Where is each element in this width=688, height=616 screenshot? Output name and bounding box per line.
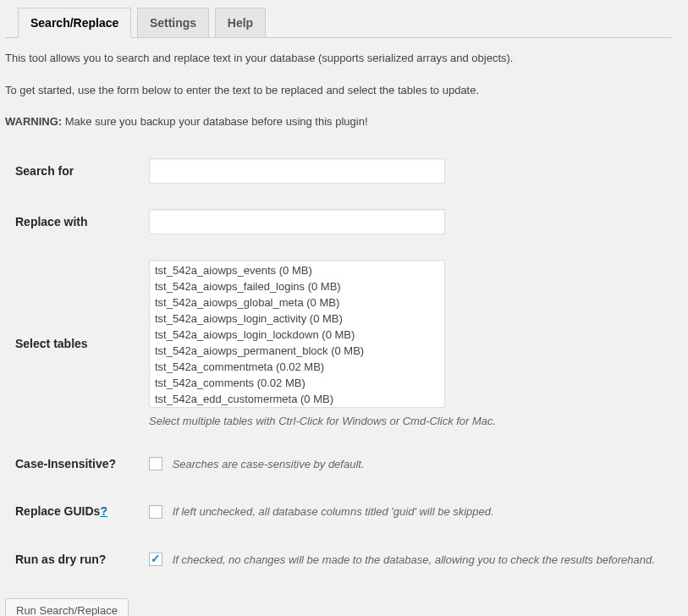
table-option[interactable]: tst_542a_comments (0.02 MB) bbox=[151, 375, 443, 391]
select-tables-help: Select multiple tables with Ctrl-Click f… bbox=[149, 415, 663, 427]
case-insensitive-desc: Searches are case-sensitive by default. bbox=[173, 458, 365, 470]
tab-help[interactable]: Help bbox=[215, 8, 266, 38]
tab-settings[interactable]: Settings bbox=[137, 8, 209, 38]
replace-with-input[interactable] bbox=[149, 209, 445, 234]
tab-search-replace[interactable]: Search/Replace bbox=[18, 8, 131, 38]
replace-with-label: Replace with bbox=[5, 196, 140, 247]
dry-run-label: Run as dry run? bbox=[5, 536, 140, 584]
replace-guids-desc: If left unchecked, all database columns … bbox=[173, 505, 494, 518]
form-table: Search for Replace with Select tables ts… bbox=[5, 146, 671, 584]
dry-run-desc: If checked, no changes will be made to t… bbox=[173, 553, 655, 566]
select-tables-input[interactable]: tst_542a_aiowps_events (0 MB)tst_542a_ai… bbox=[149, 260, 445, 408]
search-for-input[interactable] bbox=[149, 158, 445, 184]
warning-text: Make sure you backup your database befor… bbox=[62, 115, 367, 128]
intro-text: This tool allows you to search and repla… bbox=[5, 38, 671, 130]
case-insensitive-checkbox[interactable] bbox=[149, 457, 162, 470]
replace-guids-checkbox[interactable] bbox=[149, 505, 162, 519]
warning-label: WARNING: bbox=[5, 115, 62, 128]
table-option[interactable]: tst_542a_aiowps_login_activity (0 MB) bbox=[151, 311, 443, 327]
intro-warning: WARNING: Make sure you backup your datab… bbox=[5, 113, 671, 130]
run-search-replace-button[interactable]: Run Search/Replace bbox=[5, 598, 129, 616]
dry-run-checkbox[interactable] bbox=[149, 553, 162, 566]
case-insensitive-label: Case-Insensitive? bbox=[5, 440, 140, 488]
table-option[interactable]: tst_542a_aiowps_permanent_block (0 MB) bbox=[151, 343, 443, 359]
table-option[interactable]: tst_542a_aiowps_global_meta (0 MB) bbox=[151, 294, 443, 311]
replace-guids-help-link[interactable]: ? bbox=[100, 504, 107, 518]
table-option[interactable]: tst_542a_aiowps_events (0 MB) bbox=[151, 262, 443, 278]
table-option[interactable]: tst_542a_edd_customermeta (0 MB) bbox=[151, 391, 443, 407]
table-option[interactable]: tst_542a_commentmeta (0.02 MB) bbox=[151, 359, 443, 375]
replace-guids-label: Replace GUIDs? bbox=[5, 487, 140, 536]
search-for-label: Search for bbox=[5, 146, 140, 196]
nav-tabs: Search/Replace Settings Help bbox=[5, 0, 671, 38]
replace-guids-label-text: Replace GUIDs bbox=[15, 504, 100, 518]
intro-line-2: To get started, use the form below to en… bbox=[5, 82, 671, 99]
table-option[interactable]: tst_542a_aiowps_failed_logins (0 MB) bbox=[151, 278, 443, 294]
table-option[interactable]: tst_542a_aiowps_login_lockdown (0 MB) bbox=[151, 327, 443, 343]
select-tables-label: Select tables bbox=[5, 247, 140, 440]
intro-line-1: This tool allows you to search and repla… bbox=[5, 50, 671, 67]
